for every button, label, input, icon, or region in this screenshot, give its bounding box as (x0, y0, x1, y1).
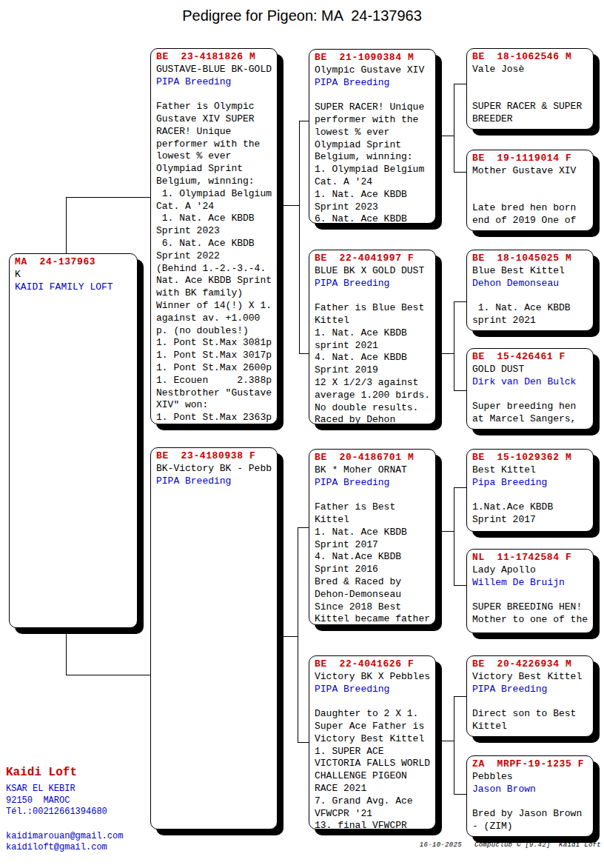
spacer-line (156, 88, 275, 101)
pedigree-box-ggp3: BE 18-1045025 M Blue Best Kittel Dehon D… (466, 250, 594, 331)
ring-number: BE 15-426461 F (472, 351, 591, 364)
text-line: with BK family) (156, 287, 275, 300)
text-line: Direct son to Best (472, 708, 591, 721)
spacer-line (472, 489, 591, 501)
spacer-line (315, 695, 434, 708)
pedigree-box-ggp8: ZA MRPF-19-1235 F Pebbles Jason Brown Br… (466, 755, 594, 837)
pedigree-box-grandmother-maternal: BE 22-4041626 F Victory BK X Pebbles PIP… (309, 655, 436, 829)
text-line: 6. Nat. Ace KBDB (156, 238, 275, 250)
text-line: 1. Pont St.Max 2600p (156, 362, 275, 375)
ring-number: BE 18-1045025 M (472, 253, 591, 265)
text-line: kaidiloft@gmail.com (6, 842, 123, 854)
connector-line (454, 487, 454, 586)
text-line: lowest % ever (315, 127, 434, 139)
spacer-line (472, 88, 591, 101)
text-line: performer with the (315, 114, 434, 127)
contact-loft-name: Kaidi Loft (6, 765, 123, 780)
text-line: end of 2019 One of (472, 215, 591, 227)
page-title: Pedigree for Pigeon: MA 24-137963 (0, 7, 604, 24)
connector-line (283, 636, 298, 637)
pedigree-box-ggp6: NL 11-1742584 F Lady Apollo Willem De Br… (466, 549, 594, 633)
text-line: Super breeding hen (472, 401, 591, 413)
details: Daughter to 2 X 1.Super Ace Father isVic… (315, 708, 434, 829)
details: 1.Nat.Ace KBDBSprint 2017 (472, 501, 591, 527)
pedigree-box-father: BE 23-4181826 M GUSTAVE-BLUE BK-GOLD PIP… (150, 48, 278, 424)
text-line: (Behind 1.-2.-3.-4. (156, 263, 275, 276)
text-line: p. (no doubles!) (156, 325, 275, 338)
text-line: Kittel (472, 721, 591, 733)
connector-line (298, 742, 309, 743)
text-line: at Marcel Sangers, (472, 413, 591, 426)
text-line: KSAR EL KEBIR (6, 784, 123, 795)
text-line: 1. Pont St.Max 3081p (156, 337, 275, 350)
connector-line (454, 301, 466, 302)
text-line: RACE 2021 (315, 783, 434, 795)
details: Late bred hen bornend of 2019 One of (472, 202, 591, 227)
connector-line (436, 353, 454, 354)
ring-number: ZA MRPF-19-1235 F (472, 758, 591, 771)
text-line: 12 X 1/2/3 against (315, 377, 434, 390)
text-line: Nestbrother "Gustave (156, 387, 275, 400)
text-line: Raced by Dehon (315, 414, 434, 424)
connector-line (436, 741, 454, 741)
connector-line (454, 794, 466, 795)
pedigree-box-ggp2: BE 19-1119014 F Mother Gustave XIV Late … (466, 150, 594, 231)
loft-name: Willem De Bruijn (472, 577, 591, 590)
connector-line (283, 205, 300, 206)
text-line: 1.Nat.Ace KBDB (472, 501, 591, 514)
pigeon-name: Pebbles (472, 771, 591, 784)
text-line: BREEDER (472, 113, 591, 126)
text-line: Since 2018 Best (315, 601, 434, 614)
pigeon-name: GUSTAVE-BLUE BK-GOLD (156, 64, 275, 76)
text-line: Olympiad Sprint (156, 163, 275, 176)
text-line: 13. final VFWCPR (315, 820, 434, 829)
spacer-line (15, 293, 135, 306)
details: Father is Blue BestKittel1. Nat. Ace KBD… (315, 302, 434, 424)
connector-line (454, 487, 466, 488)
text-line: 1. Pont St.Max 2363p (156, 412, 275, 424)
pedigree-box-ggp1: BE 18-1062546 M Vale Josè SUPER RACER & … (466, 48, 594, 130)
pedigree-box-ggp5: BE 15-1029362 M Best Kittel Pipa Breedin… (466, 449, 594, 532)
pigeon-name: Mother Gustave XIV (472, 165, 591, 178)
pigeon-name: Victory BK X Pebbles (315, 671, 434, 684)
connector-line (66, 197, 150, 198)
spacer-line (472, 290, 591, 302)
ring-number: BE 22-4041997 F (315, 253, 434, 265)
text-line: Sprint 2017 (315, 539, 434, 552)
pigeon-name: Blue Best Kittel (472, 265, 591, 278)
text-line: 1. SUPER ACE (315, 746, 434, 758)
text-line: Nat. Ace KBDB Sprint (156, 275, 275, 287)
text-line: Tél.:00212661394680 (6, 807, 123, 818)
text-line: Victory Best Kittel (315, 733, 434, 746)
loft-name: PIPA Breeding (315, 477, 434, 490)
connector-line (454, 696, 454, 795)
text-line: SUPER RACER! Unique (315, 101, 434, 114)
text-line: Bred by Jason Brown (472, 808, 591, 821)
text-line: Sprint 2019 (315, 364, 434, 377)
text-line: sprint 2021 (472, 315, 591, 327)
text-line: Father is Best (315, 501, 434, 514)
text-line: lowest % ever (156, 150, 275, 163)
text-line: 1. Nat. Ace KBDB (315, 327, 434, 340)
pigeon-name: BK-Victory BK - Pebb (156, 463, 275, 475)
text-line: Winner of 14(!) X 1. (156, 300, 275, 313)
connector-line (299, 121, 309, 121)
loft-name: Jason Brown (472, 784, 591, 796)
contact-block: Kaidi Loft KSAR EL KEBIR92150 MAROCTél.:… (6, 765, 123, 854)
text-line: Sprint 2023 (156, 225, 275, 238)
details: SUPER BREEDING HEN!Mother to one of the (472, 601, 591, 627)
text-line: 1. Nat. Ace KBDB (315, 527, 434, 539)
connector-line (454, 390, 466, 391)
connector-line (66, 675, 150, 675)
loft-name (472, 178, 591, 190)
contact-address: KSAR EL KEBIR92150 MAROCTél.:00212661394… (6, 784, 123, 818)
details: Bred by Jason Brown- (ZIM) (472, 808, 591, 833)
loft-name: PIPA Breeding (156, 76, 275, 89)
pedigree-box-subject: MA 24-137963 K KAIDI FAMILY LOFT (9, 253, 138, 628)
text-line: Father is Olympic (156, 101, 275, 113)
text-line: Mother to one of the (472, 614, 591, 627)
text-line: Dehon-Demonseau (315, 589, 434, 601)
text-line: Sprint 2022 (156, 250, 275, 263)
spacer-line (472, 388, 591, 401)
spacer-line (315, 489, 434, 501)
